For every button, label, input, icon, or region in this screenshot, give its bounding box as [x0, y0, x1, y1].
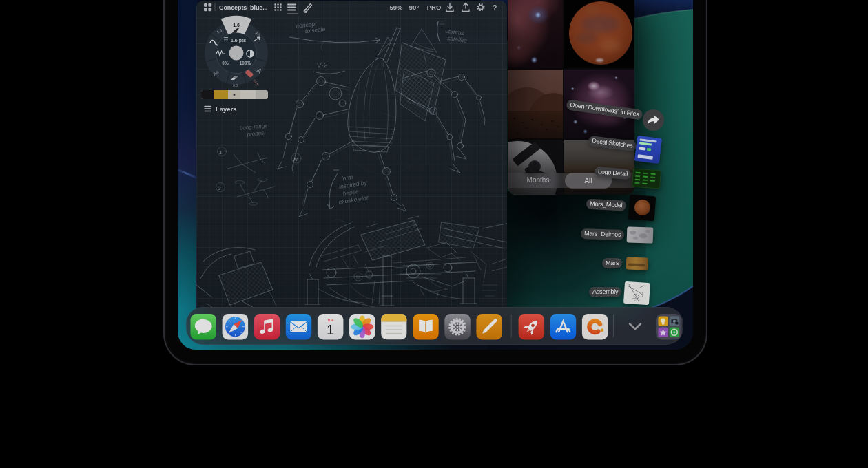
svg-text:1: 1 — [327, 322, 334, 337]
